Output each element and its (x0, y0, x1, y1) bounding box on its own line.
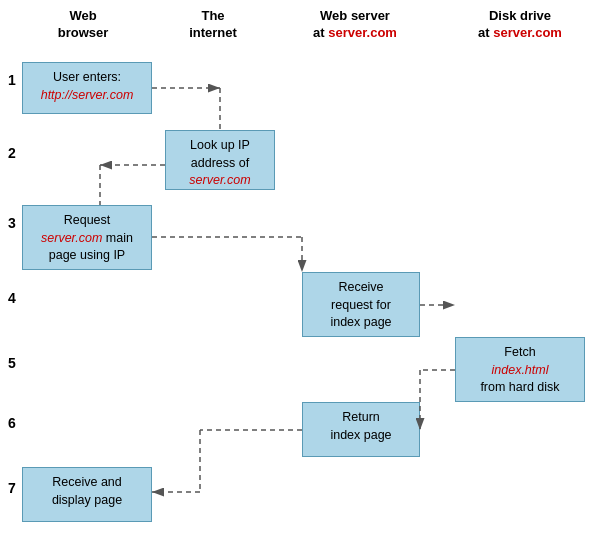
diagram: Webbrowser Theinternet Web serverat serv… (0, 0, 600, 539)
col-header-internet: Theinternet (163, 8, 263, 42)
step-2-label: 2 (8, 145, 16, 161)
box-lookup-ip: Look up IPaddress of server.com (165, 130, 275, 190)
step-5-label: 5 (8, 355, 16, 371)
col-header-web-browser: Webbrowser (18, 8, 148, 42)
box-user-enters: User enters: http://server.com (22, 62, 152, 114)
box-receive-request: Receiverequest forindex page (302, 272, 420, 337)
box-return-index: Returnindex page (302, 402, 420, 457)
box-request-main: Request server.com main page using IP (22, 205, 152, 270)
box-receive-display: Receive anddisplay page (22, 467, 152, 522)
col-header-web-server: Web serverat server.com (290, 8, 420, 42)
col-header-disk-drive: Disk driveat server.com (450, 8, 590, 42)
step-4-label: 4 (8, 290, 16, 306)
box-fetch-index: Fetch index.html from hard disk (455, 337, 585, 402)
step-3-label: 3 (8, 215, 16, 231)
step-7-label: 7 (8, 480, 16, 496)
step-6-label: 6 (8, 415, 16, 431)
step-1-label: 1 (8, 72, 16, 88)
